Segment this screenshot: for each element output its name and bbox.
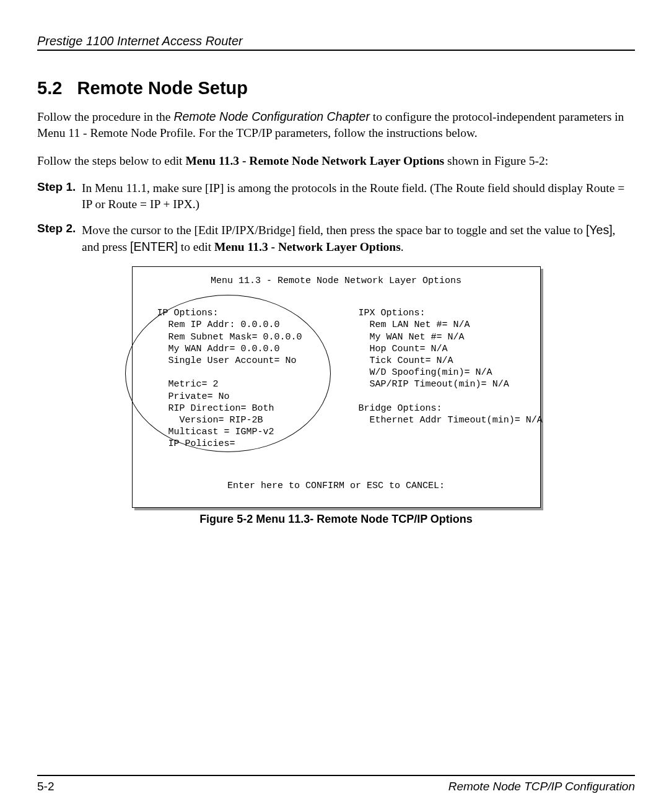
- running-header: Prestige 1100 Internet Access Router: [37, 34, 635, 51]
- ipx-line-1: My WAN Net #= N/A: [370, 332, 465, 343]
- ip-line-0: Rem IP Addr: 0.0.0.0: [168, 320, 280, 330]
- ip-options-header: IP Options:: [157, 308, 219, 318]
- ipx-options-header: IPX Options:: [359, 308, 426, 318]
- step-2-enter: [ENTER]: [130, 240, 178, 253]
- intro-paragraph: Follow the procedure in the Remote Node …: [37, 108, 635, 142]
- ip-line-5: Metric= 2: [168, 379, 219, 390]
- step-2-text: Move the cursor to the [Edit IP/IPX/Brid…: [82, 222, 635, 256]
- ipx-line-4: W/D Spoofing(min)= N/A: [370, 367, 492, 378]
- follow-post: shown in Figure 5-2:: [444, 154, 548, 167]
- document-page: Prestige 1100 Internet Access Router 5.2…: [0, 0, 669, 812]
- step-2-yes: [Yes]: [586, 223, 613, 237]
- terminal-menu-box: Menu 11.3 - Remote Node Network Layer Op…: [132, 266, 541, 508]
- ip-options-column: IP Options: Rem IP Addr: 0.0.0.0 Rem Sub…: [157, 307, 359, 450]
- page-chapter: Remote Node TCP/IP Configuration: [448, 780, 635, 793]
- follow-bold: Menu 11.3 - Remote Node Network Layer Op…: [185, 154, 444, 167]
- ip-line-10: IP Policies=: [168, 439, 235, 449]
- menu-title: Menu 11.3 - Remote Node Network Layer Op…: [142, 276, 530, 286]
- page-footer: 5-2 Remote Node TCP/IP Configuration: [37, 775, 635, 793]
- step-2-aft: to edit: [178, 240, 214, 253]
- step-1: Step 1. In Menu 11.1, make sure [IP] is …: [37, 180, 635, 213]
- ip-line-6: Private= No: [168, 391, 230, 402]
- follow-paragraph: Follow the steps below to edit Menu 11.3…: [37, 153, 635, 169]
- follow-pre: Follow the steps below to edit: [37, 154, 185, 167]
- step-2-bold: Menu 11.3 - Network Layer Options: [214, 240, 401, 253]
- ip-line-3: Single User Account= No: [168, 356, 297, 366]
- step-2-label: Step 2.: [37, 222, 82, 256]
- section-number: 5.2: [37, 78, 62, 98]
- section-name: Remote Node Setup: [77, 78, 248, 98]
- figure-caption: Figure 5-2 Menu 11.3- Remote Node TCP/IP…: [132, 513, 541, 526]
- menu-footer-prompt: Enter here to CONFIRM or ESC to CANCEL:: [142, 481, 530, 491]
- step-2-pre: Move the cursor to the [Edit IP/IPX/Brid…: [82, 224, 586, 237]
- step-2: Step 2. Move the cursor to the [Edit IP/…: [37, 222, 635, 256]
- step-2-end: .: [401, 240, 404, 253]
- menu-columns: IP Options: Rem IP Addr: 0.0.0.0 Rem Sub…: [142, 307, 530, 450]
- step-1-text: In Menu 11.1, make sure [IP] is among th…: [82, 180, 635, 213]
- bridge-line-0: Ethernet Addr Timeout(min)= N/A: [370, 415, 543, 426]
- figure-5-2: Menu 11.3 - Remote Node Network Layer Op…: [132, 266, 541, 526]
- ipx-line-3: Tick Count= N/A: [370, 356, 453, 366]
- intro-link: Remote Node Configuration Chapter: [173, 110, 370, 123]
- ipx-line-5: SAP/RIP Timeout(min)= N/A: [370, 379, 509, 390]
- section-heading: 5.2 Remote Node Setup: [37, 78, 635, 98]
- ip-line-1: Rem Subnet Mask= 0.0.0.0: [168, 332, 302, 343]
- ip-line-8: Version= RIP-2B: [168, 415, 263, 426]
- ip-line-9: Multicast = IGMP-v2: [168, 427, 274, 437]
- page-number: 5-2: [37, 780, 54, 793]
- step-1-label: Step 1.: [37, 180, 82, 213]
- intro-pre: Follow the procedure in the: [37, 110, 173, 123]
- ip-line-2: My WAN Addr= 0.0.0.0: [168, 344, 280, 354]
- bridge-options-header: Bridge Options:: [359, 403, 442, 414]
- ipx-line-0: Rem LAN Net #= N/A: [370, 320, 470, 330]
- ipx-bridge-column: IPX Options: Rem LAN Net #= N/A My WAN N…: [359, 307, 543, 450]
- ipx-line-2: Hop Count= N/A: [370, 344, 448, 354]
- header-title: Prestige 1100 Internet Access Router: [37, 34, 243, 48]
- ip-line-7: RIP Direction= Both: [168, 403, 274, 414]
